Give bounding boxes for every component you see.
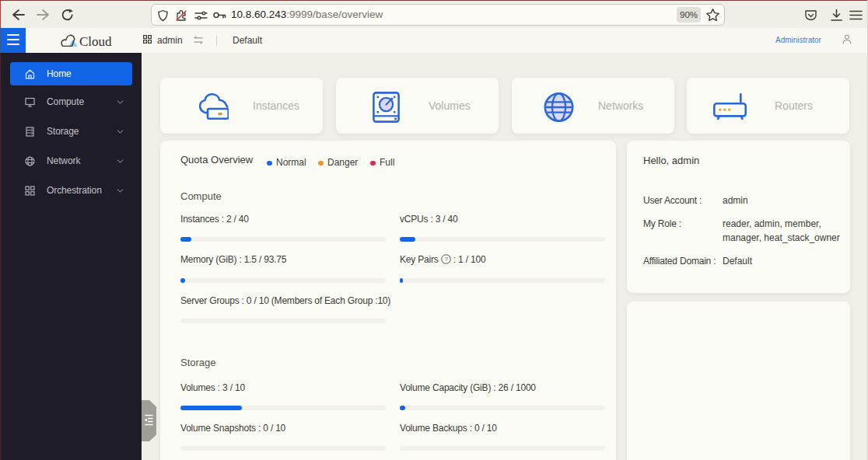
svg-text:?: ? <box>444 256 448 263</box>
